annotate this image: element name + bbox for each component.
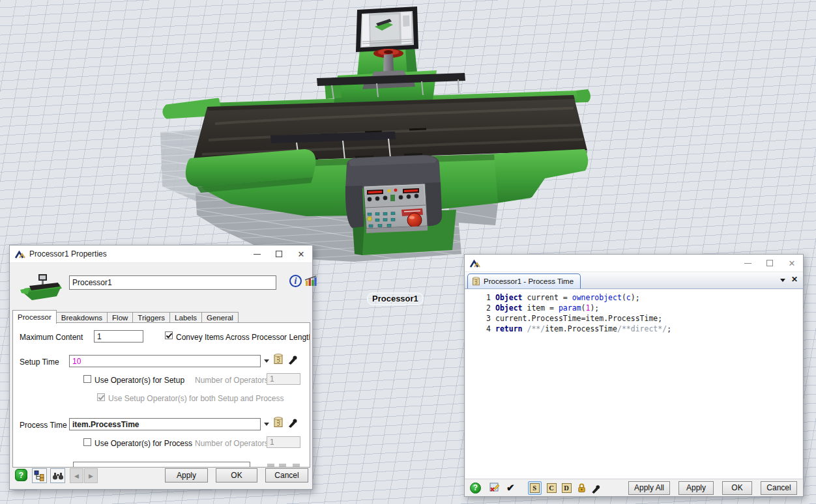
maximize-button[interactable]	[759, 255, 781, 272]
properties-window: Processor1 Properties ✕ i Processor Brea…	[9, 245, 313, 490]
tab-processor[interactable]: Processor	[12, 310, 57, 324]
close-button[interactable]: ✕	[781, 255, 803, 272]
number-of-operators-setup-input	[267, 373, 300, 385]
window-title: Processor1 Properties	[29, 249, 107, 259]
minimize-icon	[254, 254, 261, 255]
object-label: Processor1	[367, 292, 424, 305]
maximize-button[interactable]	[268, 245, 290, 262]
line-number: 2	[465, 303, 495, 313]
code-tabbar: Processor1 - Process Time ✕	[465, 272, 803, 289]
convey-items-label: Convey Items Across Processor Length	[176, 333, 310, 342]
edit-template-icon[interactable]	[488, 482, 501, 494]
process-time-code-icon[interactable]	[273, 417, 284, 428]
tree-view-button[interactable]	[32, 468, 47, 483]
cancel-button[interactable]: Cancel	[761, 481, 797, 495]
number-of-operators-setup-label: Number of Operators	[195, 376, 269, 385]
setup-time-label: Setup Time	[20, 357, 59, 367]
code-line[interactable]: 2Object item = param(1);	[465, 303, 802, 313]
use-operators-process-checkbox[interactable]	[83, 438, 91, 446]
use-setup-operators-both-checkbox	[97, 393, 105, 401]
code-editor-titlebar[interactable]: ✕	[465, 255, 803, 272]
syntax-check-icon[interactable]: ✔	[506, 482, 515, 494]
tree-icon	[34, 470, 45, 481]
use-setup-operators-both-label: Use Setup Operator(s) for both Setup and…	[108, 394, 284, 403]
maximum-content-label: Maximum Content	[20, 333, 83, 342]
lock-icon[interactable]	[577, 483, 587, 493]
apply-button[interactable]: Apply	[678, 481, 714, 495]
ok-button[interactable]: OK	[216, 468, 257, 483]
find-button[interactable]	[50, 468, 65, 483]
back-button[interactable]: ◀	[70, 468, 83, 483]
properties-tabstrip: Processor Breakdowns Flow Triggers Label…	[12, 310, 238, 324]
help-button[interactable]: ?	[15, 469, 27, 481]
emergency-stop-button	[407, 213, 422, 227]
help-button[interactable]: ?	[470, 483, 481, 494]
apply-button[interactable]: Apply	[165, 468, 208, 483]
maximum-content-input[interactable]	[94, 330, 143, 343]
minimize-icon	[744, 263, 751, 264]
process-time-label: Process Time	[20, 421, 67, 430]
clipped-input[interactable]	[73, 462, 250, 468]
process-time-sampler-icon[interactable]	[287, 416, 298, 428]
object-name-input[interactable]	[69, 275, 276, 290]
line-number: 1	[465, 292, 495, 303]
number-of-operators-process-input	[267, 436, 300, 448]
code-line[interactable]: 3current.ProcessTime=item.ProcessTime;	[465, 313, 802, 324]
minimize-button[interactable]	[736, 255, 759, 272]
ok-button[interactable]: OK	[722, 481, 752, 495]
control-panel	[345, 155, 442, 233]
setup-time-code-icon[interactable]	[273, 354, 284, 365]
clipped-icon	[267, 464, 274, 468]
setup-time-input[interactable]	[69, 355, 261, 367]
properties-footer: ? ◀ ▶ Apply OK Cancel	[10, 467, 312, 489]
use-operators-setup-label: Use Operator(s) for Setup	[95, 376, 184, 385]
info-icon[interactable]: i	[289, 275, 302, 287]
script-icon	[472, 277, 480, 287]
flexsim-logo-icon	[15, 250, 25, 259]
line-number: 4	[465, 324, 495, 334]
binoculars-icon	[52, 471, 64, 481]
line-number: 3	[465, 313, 495, 324]
minimize-button[interactable]	[246, 245, 268, 262]
code-line[interactable]: 1Object current = ownerobject(c);	[465, 292, 802, 303]
back-icon: ◀	[74, 473, 79, 479]
use-operators-setup-checkbox[interactable]	[83, 375, 91, 383]
code-line[interactable]: 4return /**/item.ProcessTime/**direct*/;	[465, 324, 802, 334]
code-editor-window: ✕ Processor1 - Process Time ✕ 1Object cu…	[464, 254, 804, 497]
close-icon: ✕	[789, 259, 796, 268]
process-time-input[interactable]	[69, 418, 261, 430]
setup-time-dropdown-icon[interactable]	[264, 359, 269, 363]
code-tab[interactable]: Processor1 - Process Time	[467, 273, 581, 288]
process-time-dropdown-icon[interactable]	[264, 423, 269, 426]
dll-mode-button[interactable]: D	[562, 483, 572, 493]
convey-items-checkbox[interactable]	[165, 331, 173, 339]
clipped-icon	[279, 464, 286, 468]
code-lines[interactable]: 1Object current = ownerobject(c);2Object…	[465, 289, 802, 479]
code-tab-title: Processor1 - Process Time	[484, 277, 574, 285]
code-footer: ? ✔ S C D Apply All Apply OK Cancel	[465, 479, 803, 496]
flexsim-logo-icon	[470, 259, 480, 268]
code-mode-button[interactable]: C	[547, 483, 557, 493]
maximize-icon	[766, 260, 773, 266]
setup-time-sampler-icon[interactable]	[287, 353, 298, 365]
use-operators-process-label: Use Operator(s) for Process	[95, 439, 192, 448]
sampler-icon[interactable]	[590, 483, 601, 494]
properties-titlebar[interactable]: Processor1 Properties ✕	[10, 245, 312, 263]
tab-close-icon[interactable]: ✕	[791, 275, 798, 284]
string-chip: S	[530, 483, 540, 493]
maximize-icon	[276, 251, 282, 257]
string-mode-button[interactable]: S	[528, 481, 542, 495]
forward-button[interactable]: ▶	[84, 468, 98, 483]
number-of-operators-process-label: Number of Operators	[195, 439, 269, 448]
close-icon: ✕	[298, 250, 305, 259]
processor-thumbnail	[19, 273, 65, 303]
processor-tab-panel: Maximum Content Convey Items Across Proc…	[12, 322, 310, 468]
statistics-icon[interactable]	[304, 275, 317, 287]
cancel-button[interactable]: Cancel	[265, 468, 308, 483]
close-button[interactable]: ✕	[290, 245, 312, 262]
clipped-icon	[293, 464, 300, 468]
apply-all-button[interactable]: Apply All	[628, 481, 670, 495]
tab-list-dropdown-icon[interactable]	[780, 279, 785, 282]
forward-icon: ▶	[89, 473, 93, 479]
